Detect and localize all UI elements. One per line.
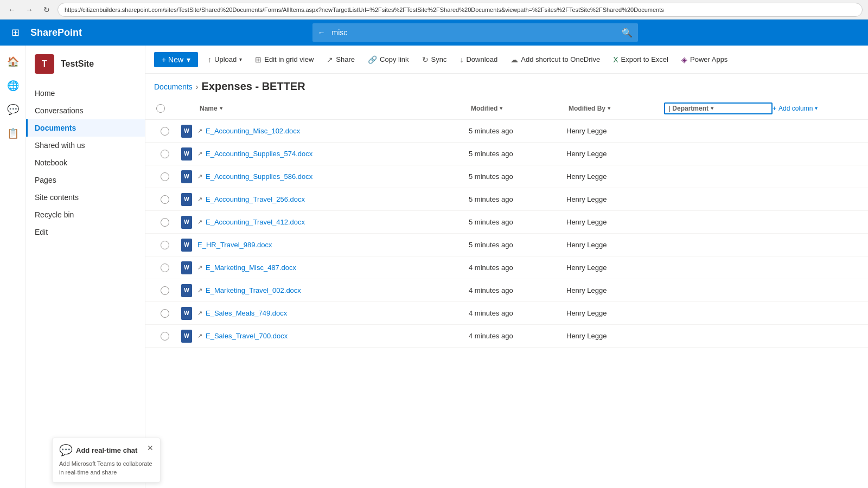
sidebar: T TestSite Home Conversations Documents … (26, 46, 145, 488)
file-prefix-icon: ↗ (197, 264, 202, 271)
sidebar-item-documents[interactable]: Documents (26, 119, 145, 137)
row-checkbox[interactable] (154, 286, 176, 295)
reload-button[interactable]: ↻ (40, 3, 53, 16)
table-row[interactable]: W ↗ E_Accounting_Supplies_586.docx 5 min… (145, 165, 868, 188)
row-checkbox[interactable] (154, 172, 176, 181)
search-bar[interactable]: ← 🔍 (312, 23, 638, 42)
copy-link-button[interactable]: 🔗 Copy link (362, 52, 414, 67)
file-name[interactable]: ↗ E_Marketing_Misc_487.docx (197, 264, 469, 272)
rail-chat-icon[interactable]: 💬 (3, 100, 23, 119)
sidebar-item-notebook[interactable]: Notebook (26, 154, 145, 171)
row-checkbox[interactable] (154, 127, 176, 136)
row-checkbox[interactable] (154, 309, 176, 318)
share-icon: ↗ (327, 55, 333, 64)
export-icon: X (613, 55, 618, 64)
browser-bar: ← → ↻ https://citizenbuilders.sharepoint… (0, 0, 868, 20)
table-row[interactable]: W ↗ E_Sales_Meals_749.docx 4 minutes ago… (145, 302, 868, 325)
share-button[interactable]: ↗ Share (321, 52, 360, 67)
col-add-column[interactable]: + Add column ▾ (773, 105, 859, 112)
col-modified-by[interactable]: Modified By ▾ (566, 102, 664, 114)
word-doc-icon: W (181, 307, 192, 320)
row-checkbox[interactable] (154, 241, 176, 249)
sidebar-item-site-contents[interactable]: Site contents (26, 189, 145, 206)
sidebar-item-recycle-bin[interactable]: Recycle bin (26, 206, 145, 223)
table-row[interactable]: W ↗ E_Accounting_Supplies_574.docx 5 min… (145, 143, 868, 165)
file-prefix-icon: ↗ (197, 287, 202, 294)
table-row[interactable]: W ↗ E_Marketing_Travel_002.docx 4 minute… (145, 279, 868, 302)
select-all-checkbox[interactable] (156, 104, 165, 113)
table-row[interactable]: W E_HR_Travel_989.docx 5 minutes ago Hen… (145, 234, 868, 256)
search-icon[interactable]: 🔍 (622, 28, 633, 38)
row-checkbox[interactable] (154, 150, 176, 158)
col-modified[interactable]: Modified ▾ (469, 102, 566, 114)
search-input[interactable] (332, 28, 617, 37)
row-checkbox[interactable] (154, 264, 176, 272)
row-checkbox[interactable] (154, 195, 176, 204)
sidebar-item-shared[interactable]: Shared with us (26, 137, 145, 154)
row-checkbox[interactable] (154, 332, 176, 341)
rail-home-icon[interactable]: 🏠 (3, 52, 23, 72)
col-name[interactable]: Name ▾ (197, 102, 469, 114)
file-name[interactable]: ↗ E_Sales_Travel_700.docx (197, 332, 469, 340)
share-label: Share (336, 55, 355, 63)
icon-rail: 🏠 🌐 💬 📋 (0, 46, 26, 488)
word-doc-icon: W (181, 239, 192, 252)
new-chevron-icon: ▾ (187, 55, 190, 64)
file-name[interactable]: ↗ E_Marketing_Travel_002.docx (197, 286, 469, 294)
onedrive-label: Add shortcut to OneDrive (521, 55, 600, 63)
sidebar-item-home[interactable]: Home (26, 85, 145, 102)
onedrive-button[interactable]: ☁ Add shortcut to OneDrive (505, 52, 605, 67)
onedrive-icon: ☁ (510, 55, 518, 64)
table-row[interactable]: W ↗ E_Marketing_Misc_487.docx 4 minutes … (145, 256, 868, 279)
file-name[interactable]: E_HR_Travel_989.docx (197, 241, 469, 249)
sidebar-item-pages[interactable]: Pages (26, 171, 145, 189)
table-row[interactable]: W ↗ E_Accounting_Travel_256.docx 5 minut… (145, 188, 868, 211)
modified-date: 5 minutes ago (469, 172, 566, 181)
table-row[interactable]: W ↗ E_Accounting_Misc_102.docx 5 minutes… (145, 120, 868, 143)
powerapps-icon: ◈ (681, 55, 687, 64)
rail-globe-icon[interactable]: 🌐 (3, 76, 23, 95)
forward-button[interactable]: → (23, 3, 36, 16)
breadcrumb: Documents › Expenses - BETTER (145, 74, 868, 97)
toolbar: + New ▾ ↑ Upload ▾ ⊞ Edit in grid view ↗… (145, 46, 868, 74)
col-department[interactable]: | Department ▾ (664, 102, 773, 114)
sidebar-item-conversations[interactable]: Conversations (26, 102, 145, 119)
search-back-icon[interactable]: ← (318, 28, 326, 37)
table-row[interactable]: W ↗ E_Accounting_Travel_412.docx 5 minut… (145, 211, 868, 234)
rail-clipboard-icon[interactable]: 📋 (3, 124, 23, 143)
download-button[interactable]: ↓ Download (454, 52, 503, 67)
file-name[interactable]: ↗ E_Sales_Meals_749.docx (197, 309, 469, 317)
waffle-menu[interactable]: ⊞ (7, 24, 24, 41)
row-checkbox[interactable] (154, 218, 176, 227)
file-type-icon: W (176, 239, 197, 252)
file-name[interactable]: ↗ E_Accounting_Supplies_574.docx (197, 150, 469, 158)
file-name[interactable]: ↗ E_Accounting_Supplies_586.docx (197, 172, 469, 181)
sync-icon: ↻ (422, 55, 429, 64)
chat-close-button[interactable]: ✕ (147, 444, 154, 452)
modified-by: Henry Legge (566, 218, 664, 226)
export-excel-button[interactable]: X Export to Excel (608, 52, 674, 67)
sidebar-item-edit[interactable]: Edit (26, 223, 145, 241)
sync-label: Sync (431, 55, 447, 63)
table-row[interactable]: W ↗ E_Sales_Travel_700.docx 4 minutes ag… (145, 325, 868, 348)
sync-button[interactable]: ↻ Sync (417, 52, 452, 67)
new-button[interactable]: + New ▾ (154, 52, 198, 67)
waffle-icon: ⊞ (11, 27, 20, 38)
grid-view-button[interactable]: ⊞ Edit in grid view (250, 52, 319, 67)
app-name: SharePoint (30, 27, 82, 38)
address-bar[interactable]: https://citizenbuilders.sharepoint.com/s… (58, 3, 863, 17)
word-doc-icon: W (181, 261, 192, 274)
breadcrumb-parent-link[interactable]: Documents (154, 82, 193, 91)
modified-date: 5 minutes ago (469, 218, 566, 226)
file-name[interactable]: ↗ E_Accounting_Misc_102.docx (197, 127, 469, 135)
file-name[interactable]: ↗ E_Accounting_Travel_412.docx (197, 218, 469, 226)
upload-button[interactable]: ↑ Upload ▾ (202, 52, 247, 67)
file-name[interactable]: ↗ E_Accounting_Travel_256.docx (197, 195, 469, 203)
back-button[interactable]: ← (5, 3, 18, 16)
powerapps-button[interactable]: ◈ Power Apps (676, 52, 733, 67)
breadcrumb-current: Expenses - BETTER (201, 80, 305, 93)
file-type-icon: W (176, 125, 197, 138)
col-checkbox (154, 102, 176, 115)
word-doc-icon: W (181, 147, 192, 160)
modified-by: Henry Legge (566, 286, 664, 294)
